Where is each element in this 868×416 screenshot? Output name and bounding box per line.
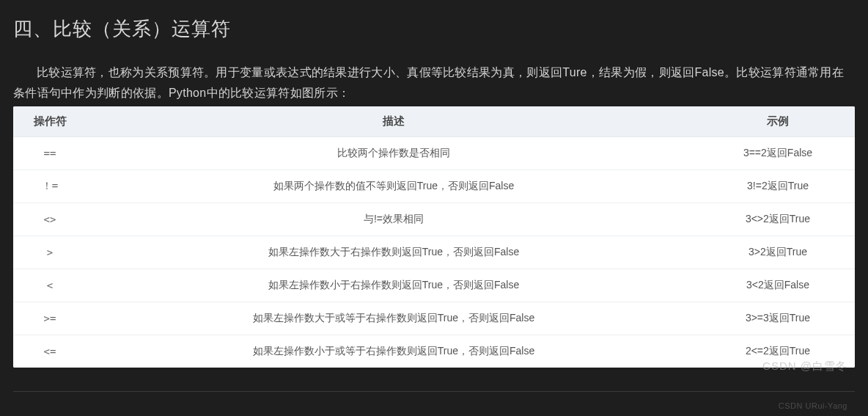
- cell-example: 3>=3返回True: [701, 302, 855, 335]
- cell-example: 3!=2返回True: [701, 170, 855, 203]
- table-row: ！= 如果两个操作数的值不等则返回True，否则返回False 3!=2返回Tr…: [13, 170, 855, 203]
- table-row: >= 如果左操作数大于或等于右操作数则返回True，否则返回False 3>=3…: [13, 302, 855, 335]
- cell-description: 比较两个操作数是否相同: [87, 137, 701, 170]
- cell-description: 与!=效果相同: [87, 203, 701, 236]
- table-row: == 比较两个操作数是否相同 3==2返回False: [13, 137, 855, 170]
- table-row: <> 与!=效果相同 3<>2返回True: [13, 203, 855, 236]
- cell-operator: ==: [13, 137, 87, 170]
- th-operator: 操作符: [13, 106, 87, 137]
- cell-operator: <>: [13, 203, 87, 236]
- table-row: < 如果左操作数小于右操作数则返回True，否则返回False 3<2返回Fal…: [13, 269, 855, 302]
- table-header-row: 操作符 描述 示例: [13, 106, 855, 137]
- table-row: <= 如果左操作数小于或等于右操作数则返回True，否则返回False 2<=2…: [13, 335, 855, 368]
- cell-example: 3<>2返回True: [701, 203, 855, 236]
- th-example: 示例: [701, 106, 855, 137]
- th-description: 描述: [87, 106, 701, 137]
- operators-table: 操作符 描述 示例 == 比较两个操作数是否相同 3==2返回False ！= …: [13, 106, 855, 368]
- cell-description: 如果左操作数大于或等于右操作数则返回True，否则返回False: [87, 302, 701, 335]
- section-divider: [13, 391, 855, 392]
- table-row: > 如果左操作数大于右操作数则返回True，否则返回False 3>2返回Tru…: [13, 236, 855, 269]
- watermark-text-secondary: CSDN URui-Yang: [779, 401, 847, 410]
- page-title: 四、比较（关系）运算符: [13, 16, 855, 42]
- cell-example: 2<=2返回True: [701, 335, 855, 368]
- cell-description: 如果左操作数大于右操作数则返回True，否则返回False: [87, 236, 701, 269]
- cell-description: 如果两个操作数的值不等则返回True，否则返回False: [87, 170, 701, 203]
- intro-paragraph: 比较运算符，也称为关系预算符。用于变量或表达式的结果进行大小、真假等比较结果为真…: [13, 62, 855, 103]
- cell-description: 如果左操作数小于或等于右操作数则返回True，否则返回False: [87, 335, 701, 368]
- cell-operator: <=: [13, 335, 87, 368]
- cell-example: 3<2返回False: [701, 269, 855, 302]
- cell-operator: ！=: [13, 170, 87, 203]
- cell-description: 如果左操作数小于右操作数则返回True，否则返回False: [87, 269, 701, 302]
- cell-operator: >=: [13, 302, 87, 335]
- cell-example: 3==2返回False: [701, 137, 855, 170]
- cell-operator: <: [13, 269, 87, 302]
- cell-example: 3>2返回True: [701, 236, 855, 269]
- cell-operator: >: [13, 236, 87, 269]
- operators-table-container: 操作符 描述 示例 == 比较两个操作数是否相同 3==2返回False ！= …: [13, 106, 855, 368]
